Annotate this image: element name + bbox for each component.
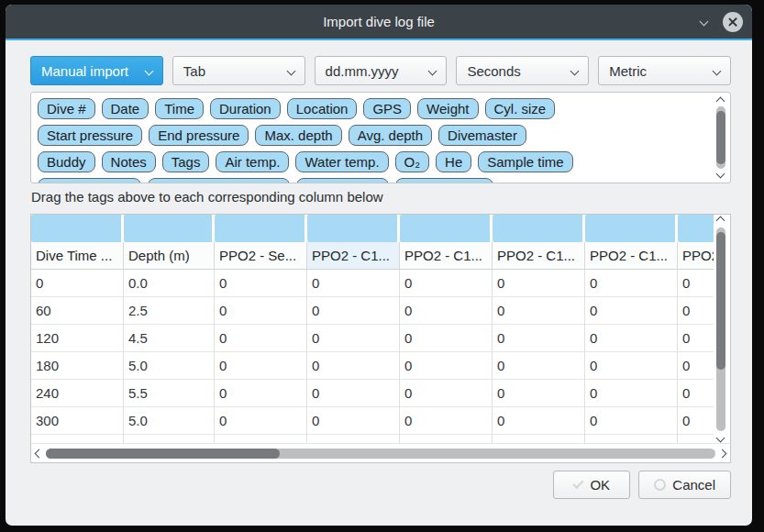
table-cell[interactable]: 0 xyxy=(585,352,678,380)
table-cell[interactable]: 0 xyxy=(215,380,307,407)
table-cell[interactable]: 0 xyxy=(678,297,714,325)
table-cell[interactable]: 0 xyxy=(678,352,714,380)
tag-water-temp-[interactable]: Water temp. xyxy=(295,151,388,172)
table-cell[interactable]: 2.5 xyxy=(124,297,215,325)
tag-palette-scrollbar[interactable] xyxy=(714,94,728,181)
tag-sample-depth[interactable]: Sample depth xyxy=(38,178,141,183)
tag-gps[interactable]: GPS xyxy=(363,98,411,119)
tag-sample-po-[interactable]: Sample pO₂ xyxy=(296,178,389,183)
ok-button[interactable]: OK xyxy=(553,471,630,499)
table-cell[interactable]: 300 xyxy=(31,407,124,435)
tag-avg-depth[interactable]: Avg. depth xyxy=(349,125,432,146)
table-cell[interactable]: 0 xyxy=(215,407,307,435)
drop-target-cell[interactable] xyxy=(585,215,678,242)
table-cell[interactable]: 0 xyxy=(493,407,585,435)
dropdown-dd-mm-yyyy[interactable]: dd.mm.yyyy xyxy=(315,56,448,85)
table-cell[interactable]: 0 xyxy=(678,380,714,407)
tag-sample-cns[interactable]: Sample CNS xyxy=(395,178,493,183)
table-cell[interactable]: 0 xyxy=(307,270,400,297)
table-cell[interactable]: 0 xyxy=(585,297,678,325)
drop-target-cell[interactable] xyxy=(124,215,215,242)
table-horizontal-scrollbar[interactable] xyxy=(31,443,730,462)
table-cell[interactable]: 0 xyxy=(307,325,400,352)
column-header[interactable]: Dive Time ... xyxy=(31,242,124,270)
close-button[interactable] xyxy=(723,12,743,32)
scroll-up-icon[interactable] xyxy=(716,97,725,106)
tag-location[interactable]: Location xyxy=(287,98,358,119)
table-cell[interactable]: 0 xyxy=(585,325,678,352)
tag-he[interactable]: He xyxy=(436,151,471,172)
drop-target-cell[interactable] xyxy=(493,215,585,242)
table-cell[interactable]: 5.5 xyxy=(124,380,215,407)
tag-notes[interactable]: Notes xyxy=(102,151,156,172)
column-header[interactable]: PPO2 - C1... xyxy=(585,242,678,270)
tag-time[interactable]: Time xyxy=(155,98,204,119)
cancel-button[interactable]: Cancel xyxy=(638,471,731,499)
table-cell[interactable]: 240 xyxy=(31,380,124,407)
tag-buddy[interactable]: Buddy xyxy=(38,151,95,172)
tag-air-temp-[interactable]: Air temp. xyxy=(216,151,289,172)
column-header[interactable]: PPO2 - C1... xyxy=(493,242,585,270)
table-cell[interactable]: 0 xyxy=(307,407,400,435)
table-cell[interactable]: 0 xyxy=(215,352,307,380)
table-cell[interactable]: 4.5 xyxy=(124,325,215,352)
table-cell[interactable]: 0 xyxy=(585,270,678,297)
table-vertical-scrollbar[interactable] xyxy=(713,215,729,444)
column-header[interactable]: Depth (m) xyxy=(124,242,215,270)
table-cell[interactable]: 0 xyxy=(493,325,585,352)
scroll-left-icon[interactable] xyxy=(35,449,44,459)
column-header[interactable]: PPO2 - Se... xyxy=(215,242,307,270)
table-cell[interactable]: 0 xyxy=(307,352,400,380)
table-cell[interactable]: 180 xyxy=(31,352,124,380)
drop-target-cell[interactable] xyxy=(307,215,400,242)
column-header[interactable]: PPO2 - C1... xyxy=(400,242,493,270)
scroll-right-icon[interactable] xyxy=(718,449,727,459)
table-cell[interactable]: 0 xyxy=(400,297,493,325)
table-cell[interactable]: 0 xyxy=(400,407,493,435)
table-cell[interactable]: 0 xyxy=(678,270,714,297)
drop-target-cell[interactable] xyxy=(400,215,493,242)
table-cell[interactable]: 60 xyxy=(31,297,124,325)
table-cell[interactable]: 5.0 xyxy=(124,407,215,435)
table-cell[interactable]: 0 xyxy=(400,380,493,407)
tag-divemaster[interactable]: Divemaster xyxy=(438,125,526,146)
table-cell[interactable]: 0 xyxy=(493,352,585,380)
scrollbar-thumb[interactable] xyxy=(46,449,280,459)
table-cell[interactable]: 0 xyxy=(678,407,714,435)
scroll-up-icon[interactable] xyxy=(716,216,725,226)
tag-sample-time[interactable]: Sample time xyxy=(478,151,572,172)
table-cell[interactable]: 0 xyxy=(585,407,678,435)
shade-button[interactable] xyxy=(695,14,712,30)
table-cell[interactable]: 0 xyxy=(493,380,585,407)
table-cell[interactable]: 120 xyxy=(31,325,124,352)
tag-start-pressure[interactable]: Start pressure xyxy=(38,125,142,146)
dropdown-seconds[interactable]: Seconds xyxy=(456,56,589,85)
table-cell[interactable]: 0 xyxy=(400,325,493,352)
scroll-down-icon[interactable] xyxy=(716,170,725,179)
tag-max-depth[interactable]: Max. depth xyxy=(255,125,341,146)
table-cell[interactable]: 0 xyxy=(493,270,585,297)
drop-target-cell[interactable] xyxy=(678,215,714,242)
tag-sample-temperature[interactable]: Sample temperature xyxy=(148,178,291,183)
tag-dive-[interactable]: Dive # xyxy=(38,98,95,119)
dropdown-manual-import[interactable]: Manual import xyxy=(30,56,163,85)
tag-o-[interactable]: O₂ xyxy=(395,151,430,172)
tag-date[interactable]: Date xyxy=(102,98,149,119)
scrollbar-thumb[interactable] xyxy=(716,111,725,164)
table-cell[interactable]: 0 xyxy=(678,325,714,352)
table-cell[interactable]: 5.0 xyxy=(124,352,215,380)
table-cell[interactable]: 0 xyxy=(215,270,307,297)
column-header[interactable]: PPO2 - C1... xyxy=(307,242,400,270)
tag-end-pressure[interactable]: End pressure xyxy=(149,125,249,146)
tag-weight[interactable]: Weight xyxy=(417,98,478,119)
table-cell[interactable]: 0 xyxy=(400,270,493,297)
table-cell[interactable]: 0 xyxy=(215,297,307,325)
table-cell[interactable]: 0.0 xyxy=(124,270,215,297)
column-header[interactable]: PPO2 xyxy=(678,242,714,270)
table-cell[interactable]: 0 xyxy=(307,380,400,407)
dropdown-tab[interactable]: Tab xyxy=(172,56,305,85)
table-cell[interactable]: 0 xyxy=(400,352,493,380)
tag-duration[interactable]: Duration xyxy=(210,98,281,119)
table-cell[interactable]: 0 xyxy=(215,325,307,352)
table-cell[interactable]: 0 xyxy=(307,297,400,325)
